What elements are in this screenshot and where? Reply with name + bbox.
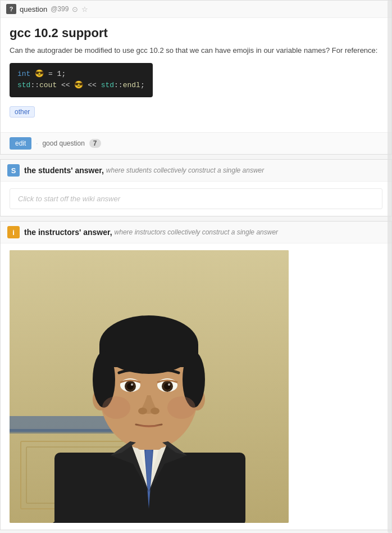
good-question-link[interactable]: good question: [42, 139, 84, 147]
question-meta: question @399 ⊙ ☆: [20, 5, 88, 13]
students-answer-body: Click to start off the wiki answer: [1, 182, 391, 216]
code-cout: cout: [39, 81, 57, 89]
students-answer-header: S the students' answer, where students c…: [1, 160, 391, 182]
svg-point-31: [167, 396, 195, 419]
question-body: gcc 10.2 support Can the autograder be m…: [1, 18, 391, 132]
question-body-text: Can the autograder be modified to use gc…: [10, 45, 382, 56]
students-answer-card: S the students' answer, where students c…: [0, 159, 392, 216]
instructors-answer-title: the instructors' answer,: [24, 228, 112, 237]
question-card: ? question @399 ⊙ ☆ gcc 10.2 support Can…: [0, 0, 392, 155]
code-line-2: std::cout << 😎 << std::endl;: [17, 80, 145, 92]
vote-count-badge: 7: [89, 139, 101, 148]
students-answer-subtitle: where students collectively construct a …: [106, 166, 264, 174]
svg-point-29: [151, 408, 159, 414]
wiki-placeholder[interactable]: Click to start off the wiki answer: [10, 188, 382, 209]
question-icon: ?: [6, 4, 16, 14]
instructors-answer-card: i the instructors' answer, where instruc…: [0, 221, 392, 530]
question-title: gcc 10.2 support: [10, 26, 382, 40]
verified-icon: ⊙: [72, 5, 78, 13]
svg-point-28: [138, 408, 147, 414]
code-endl: endl: [123, 81, 140, 89]
svg-point-30: [102, 396, 130, 419]
star-icon[interactable]: ☆: [81, 5, 88, 13]
students-avatar: S: [7, 164, 20, 177]
students-answer-title: the students' answer,: [24, 166, 104, 175]
separator: ·: [36, 140, 38, 147]
instructors-avatar: i: [7, 226, 20, 238]
code-std: std: [17, 81, 30, 89]
svg-rect-17: [99, 345, 198, 367]
question-header: ? question @399 ⊙ ☆: [1, 1, 391, 18]
instructors-answer-subtitle: where instructors collectively construct…: [115, 228, 278, 236]
question-label: question: [20, 5, 47, 13]
instructors-answer-header: i the instructors' answer, where instruc…: [1, 222, 391, 243]
svg-point-26: [131, 383, 133, 386]
code-std2: std: [101, 81, 114, 89]
code-block: int 😎 = 1; std::cout << 😎 << std::endl;: [10, 63, 153, 98]
code-keyword-int: int: [17, 70, 30, 78]
tag-other[interactable]: other: [10, 106, 35, 118]
code-emoji-var: 😎 = 1;: [35, 70, 66, 78]
instructors-answer-body: [1, 243, 391, 530]
actions-row: edit · good question 7: [1, 132, 391, 154]
question-at-number: @399: [51, 5, 69, 13]
svg-point-27: [168, 383, 170, 386]
code-line-1: int 😎 = 1;: [17, 69, 145, 80]
instructor-portrait: [10, 250, 289, 523]
scrollbar[interactable]: [388, 0, 392, 533]
code-shift-op: << 😎 <<: [61, 81, 101, 89]
tags-row: other: [10, 106, 382, 118]
edit-button[interactable]: edit: [10, 137, 31, 150]
